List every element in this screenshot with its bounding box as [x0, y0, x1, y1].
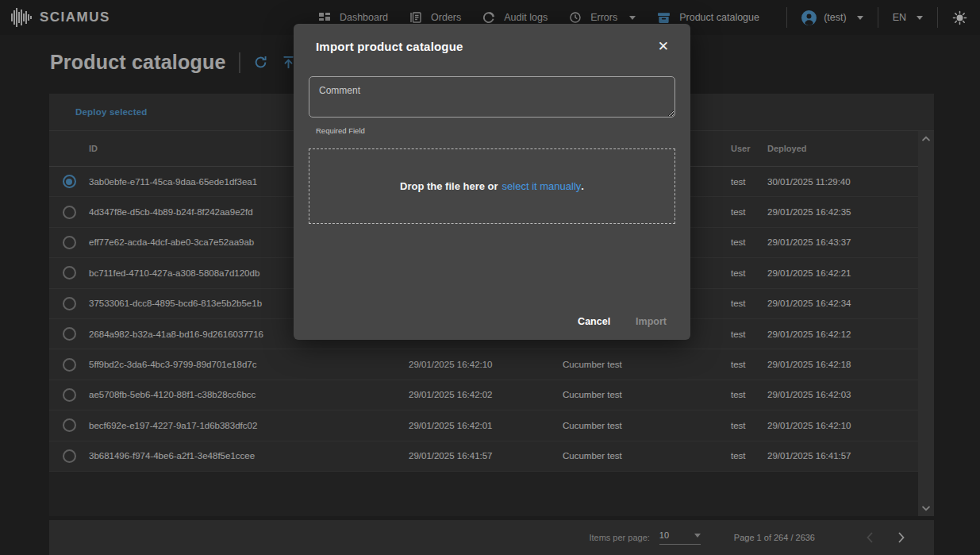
app-root: SCIAMUS Dashboard Or	[0, 0, 980, 555]
modal-footer: Cancel Import	[578, 316, 667, 327]
import-submit-button[interactable]: Import	[636, 316, 667, 327]
file-dropzone[interactable]: Drop the file here or select it manually…	[309, 148, 675, 224]
required-field-hint: Required Field	[316, 126, 675, 135]
close-icon[interactable]: ✕	[656, 38, 671, 55]
select-file-link[interactable]: select it manually	[502, 180, 582, 192]
import-catalogue-modal: Import product catalogue ✕ Required Fiel…	[294, 24, 690, 340]
modal-title: Import product catalogue	[316, 40, 463, 53]
modal-header: Import product catalogue ✕	[309, 24, 675, 68]
dropzone-text-suffix: .	[581, 180, 584, 192]
dropzone-text: Drop the file here or	[400, 180, 498, 192]
comment-textarea[interactable]	[309, 76, 675, 118]
cancel-button[interactable]: Cancel	[578, 316, 610, 327]
